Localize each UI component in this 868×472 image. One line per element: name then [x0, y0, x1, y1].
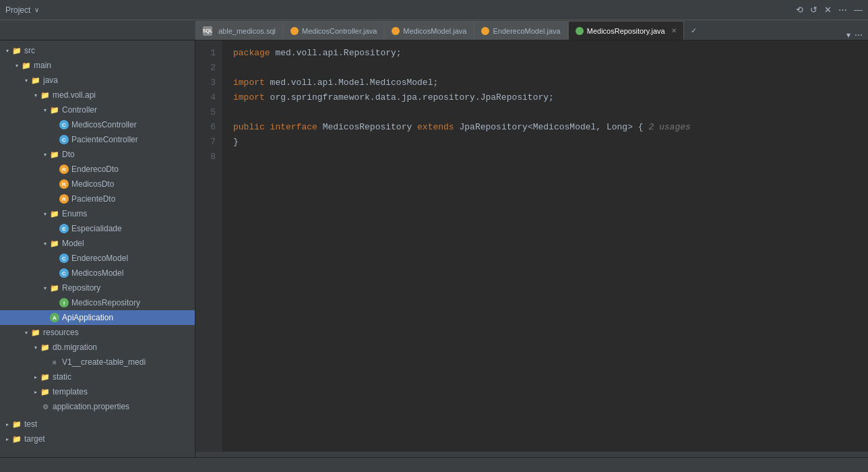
label-medicos-controller: MedicosController [71, 120, 137, 129]
folder-icon-repository: 📁 [50, 283, 59, 293]
tree-item-resources[interactable]: 📁 resources [0, 325, 195, 340]
label-application-properties: application.properties [53, 402, 129, 411]
tab-model-label: MedicosModel.java [403, 27, 466, 35]
code-line-1: package med.voll.api.Repository; [233, 46, 868, 61]
tab-controller-label: MedicosController.java [302, 27, 377, 35]
title-bar-left: Project ∨ [5, 5, 201, 15]
line-numbers: 1 2 3 4 5 6 7 8 [195, 40, 222, 452]
bottom-scrollbar[interactable] [195, 452, 868, 457]
tree-item-enums[interactable]: 📁 Enums [0, 206, 195, 221]
class-icon-api-application: A [50, 313, 59, 322]
model-tab-icon [392, 27, 400, 35]
tree-item-application-properties[interactable]: ⚙ application.properties [0, 399, 195, 414]
folder-icon-java: 📁 [31, 76, 40, 85]
label-paciente-controller: PacienteController [71, 135, 138, 144]
code-line-2 [233, 61, 868, 76]
tree-item-db-migration[interactable]: 📁 db.migration [0, 340, 195, 355]
tree-item-templates[interactable]: 📁 templates [0, 384, 195, 399]
tree-item-dto[interactable]: 📁 Dto [0, 147, 195, 162]
back-icon[interactable]: ↺ [810, 5, 817, 15]
label-med-voll-api: med.voll.api [53, 90, 96, 100]
tab-bar: SQL able_medicos.sql MedicosController.j… [0, 20, 868, 40]
tree-item-v1-create[interactable]: ≡ V1__create-table_medi [0, 355, 195, 370]
label-repository: Repository [62, 283, 100, 293]
tree-item-target[interactable]: 📁 target [0, 432, 195, 446]
tree-item-medicos-controller[interactable]: C MedicosController [0, 117, 195, 132]
label-medicos-model: MedicosModel [71, 268, 123, 278]
arrow-model [40, 239, 50, 248]
code-line-8 [233, 150, 868, 165]
main-area: 📁 src 📁 main 📁 java 📁 med.voll.api [0, 40, 868, 457]
tree-item-controller[interactable]: 📁 Controller [0, 102, 195, 117]
label-dto: Dto [62, 150, 75, 159]
class-icon-medicos-dto: R [59, 179, 69, 189]
tree-item-api-application[interactable]: A ApiApplication [0, 310, 195, 325]
tree-item-medicos-repository[interactable]: I MedicosRepository [0, 295, 195, 310]
tree-item-main[interactable]: 📁 main [0, 58, 195, 73]
minimize-icon[interactable]: — [854, 5, 863, 15]
tab-sql[interactable]: SQL able_medicos.sql [195, 21, 283, 40]
project-label[interactable]: Project [5, 5, 30, 15]
class-icon-especialidade: E [59, 224, 69, 233]
tab-repo[interactable]: MedicosRepository.java ✕ ✓ [568, 21, 684, 40]
tab-model[interactable]: MedicosModel.java [384, 21, 474, 40]
project-tree: 📁 src 📁 main 📁 java 📁 med.voll.api [0, 40, 195, 457]
tree-item-repository[interactable]: 📁 Repository [0, 281, 195, 295]
label-model: Model [62, 239, 84, 248]
tree-item-med-voll-api[interactable]: 📁 med.voll.api [0, 88, 195, 102]
label-endereco-model: EnderecoModel [71, 254, 128, 263]
label-main: main [34, 61, 51, 70]
tab-more-icon[interactable]: ⋯ [855, 30, 863, 40]
folder-icon-db-migration: 📁 [40, 343, 50, 352]
tree-item-model[interactable]: 📁 Model [0, 236, 195, 251]
label-v1-create: V1__create-table_medi [62, 357, 146, 367]
folder-icon-controller: 📁 [50, 105, 59, 115]
arrow-repository [40, 283, 50, 293]
tree-item-src[interactable]: 📁 src [0, 43, 195, 58]
arrow-resources [22, 328, 31, 337]
code-line-7: } [233, 135, 868, 150]
refresh-icon[interactable]: ⟲ [796, 5, 803, 15]
tree-item-static[interactable]: 📁 static [0, 370, 195, 384]
folder-icon-src: 📁 [12, 46, 22, 55]
tab-endereco[interactable]: EnderecoModel.java [474, 21, 567, 40]
tree-item-test[interactable]: 📁 test [0, 417, 195, 432]
arrow-med-voll-api [31, 90, 40, 100]
folder-icon-main: 📁 [22, 61, 31, 70]
class-icon-medicos-model: C [59, 268, 69, 278]
arrow-main [12, 61, 22, 70]
editor-area: 1 2 3 4 5 6 7 8 package med.voll.api.Rep… [195, 40, 868, 457]
endereco-tab-icon [481, 27, 489, 35]
project-chevron[interactable]: ∨ [34, 6, 39, 13]
tree-item-paciente-dto[interactable]: R PacienteDto [0, 191, 195, 206]
folder-icon-resources: 📁 [31, 328, 40, 337]
tree-item-java[interactable]: 📁 java [0, 73, 195, 88]
label-db-migration: db.migration [53, 343, 97, 352]
tree-item-endereco-dto[interactable]: R EnderecoDto [0, 162, 195, 177]
checkmark-icon: ✓ [691, 26, 697, 35]
code-editor[interactable]: package med.voll.api.Repository; import … [222, 40, 868, 452]
label-target: target [24, 434, 45, 444]
tree-item-endereco-model[interactable]: C EnderecoModel [0, 251, 195, 266]
label-controller: Controller [62, 105, 97, 115]
tree-item-medicos-model[interactable]: C MedicosModel [0, 266, 195, 281]
code-line-6: public interface MedicosRepository exten… [233, 120, 868, 135]
tree-item-paciente-controller[interactable]: C PacienteController [0, 132, 195, 147]
close-icon[interactable]: ✕ [824, 5, 832, 15]
tab-dropdown-icon[interactable]: ▾ [846, 30, 850, 40]
arrow-test [3, 419, 12, 429]
arrow-static [31, 372, 40, 382]
sql-file-icon: ≡ [50, 357, 59, 367]
more-icon[interactable]: ⋯ [838, 5, 847, 15]
tab-controller[interactable]: MedicosController.java [283, 21, 384, 40]
code-line-4: import org.springframework.data.jpa.repo… [233, 90, 868, 105]
tab-repo-close[interactable]: ✕ [671, 27, 677, 34]
label-test: test [24, 419, 37, 429]
label-endereco-dto: EnderecoDto [71, 165, 119, 174]
label-src: src [24, 46, 35, 55]
arrow-java [22, 76, 31, 85]
folder-icon-enums: 📁 [50, 209, 59, 218]
tree-item-especialidade[interactable]: E Especialidade [0, 221, 195, 236]
tree-item-medicos-dto[interactable]: R MedicosDto [0, 177, 195, 191]
arrow-target [3, 434, 12, 444]
